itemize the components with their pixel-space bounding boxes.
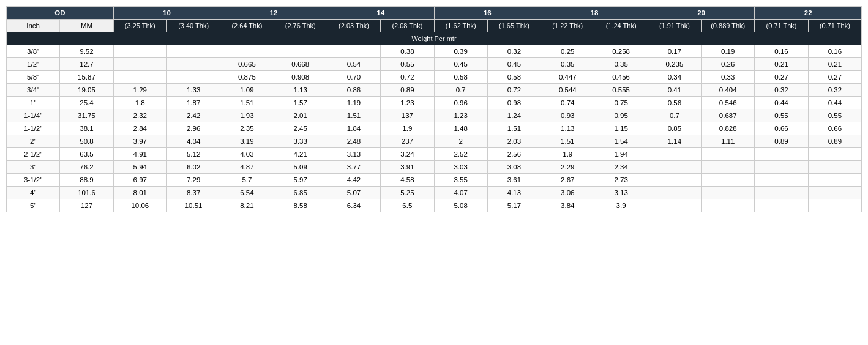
mm-cell: 31.75 (60, 109, 113, 122)
value-cell: 5.09 (274, 161, 327, 174)
value-cell: 5.94 (113, 161, 166, 174)
value-cell (702, 187, 755, 199)
value-cell: 0.828 (702, 122, 755, 135)
col-20-header: 20 (648, 7, 755, 20)
value-cell (702, 161, 755, 174)
value-cell: 1.94 (594, 148, 648, 161)
value-cell (113, 71, 166, 84)
value-cell: 4.91 (113, 148, 166, 161)
value-cell: 2.34 (594, 161, 648, 174)
value-cell: 3.08 (487, 161, 541, 174)
value-cell: 2.01 (274, 109, 327, 122)
value-cell: 2.45 (274, 122, 327, 135)
thk-2: (2.64 Thk) (220, 20, 274, 32)
thk-5: (2.08 Thk) (381, 20, 434, 32)
value-cell: 0.72 (381, 71, 434, 84)
value-cell: 8.21 (220, 199, 274, 212)
col-22-header: 22 (755, 7, 862, 20)
inch-cell: 3/8" (7, 45, 60, 58)
table-row: 2-1/2"63.54.915.124.034.213.133.242.522.… (7, 148, 862, 161)
value-cell: 6.97 (113, 174, 166, 187)
value-cell: 0.16 (808, 45, 861, 58)
table-row: 3/4"19.051.291.331.091.130.860.890.70.72… (7, 84, 862, 97)
value-cell: 0.45 (487, 58, 541, 71)
inch-cell: 4" (7, 187, 60, 199)
mm-cell: 101.6 (60, 187, 113, 199)
value-cell: 3.84 (541, 199, 594, 212)
value-cell: 0.74 (541, 97, 594, 109)
thk-1: (3.40 Thk) (166, 20, 220, 32)
value-cell: 2.35 (220, 122, 274, 135)
value-cell (166, 71, 220, 84)
value-cell: 1.8 (113, 97, 166, 109)
value-cell: 2.56 (487, 148, 541, 161)
value-cell (808, 187, 861, 199)
table-row: 1"25.41.81.871.511.571.191.230.960.980.7… (7, 97, 862, 109)
value-cell: 1.15 (594, 122, 648, 135)
value-cell: 1.9 (381, 122, 434, 135)
value-cell: 0.66 (755, 122, 808, 135)
value-cell (166, 58, 220, 71)
value-cell: 0.668 (274, 58, 327, 71)
value-cell: 137 (381, 109, 434, 122)
value-cell: 1.11 (702, 135, 755, 148)
value-cell: 0.7 (648, 109, 701, 122)
value-cell: 0.70 (327, 71, 380, 84)
value-cell: 4.87 (220, 161, 274, 174)
value-cell (702, 174, 755, 187)
value-cell: 0.58 (487, 71, 541, 84)
mm-cell: 50.8 (60, 135, 113, 148)
inch-header: Inch (7, 20, 60, 32)
value-cell: 3.13 (327, 148, 380, 161)
value-cell: 3.9 (594, 199, 648, 212)
value-cell: 0.93 (541, 109, 594, 122)
value-cell (755, 161, 808, 174)
inch-cell: 3-1/2" (7, 174, 60, 187)
value-cell: 0.89 (381, 84, 434, 97)
col-12-header: 12 (220, 7, 327, 20)
value-cell (648, 187, 701, 199)
value-cell: 1.24 (487, 109, 541, 122)
value-cell: 0.95 (594, 109, 648, 122)
mm-cell: 76.2 (60, 161, 113, 174)
value-cell: 2.84 (113, 122, 166, 135)
col-10-header: 10 (113, 7, 220, 20)
value-cell: 3.24 (381, 148, 434, 161)
table-body: 3/8"9.520.380.390.320.250.2580.170.190.1… (7, 45, 862, 212)
value-cell: 7.29 (166, 174, 220, 187)
value-cell: 8.58 (274, 199, 327, 212)
value-cell: 0.89 (808, 135, 861, 148)
value-cell: 10.06 (113, 199, 166, 212)
mm-cell: 9.52 (60, 45, 113, 58)
value-cell: 0.35 (594, 58, 648, 71)
mm-cell: 88.9 (60, 174, 113, 187)
value-cell: 1.13 (541, 122, 594, 135)
value-cell: 0.665 (220, 58, 274, 71)
value-cell: 0.555 (594, 84, 648, 97)
value-cell: 1.57 (274, 97, 327, 109)
value-cell: 1.87 (166, 97, 220, 109)
value-cell: 2.29 (541, 161, 594, 174)
mm-header: MM (60, 20, 113, 32)
header-row-wpm: Weight Per mtr (7, 32, 862, 45)
value-cell: 0.54 (327, 58, 380, 71)
table-row: 1/2"12.70.6650.6680.540.550.450.450.350.… (7, 58, 862, 71)
value-cell: 0.58 (434, 71, 487, 84)
value-cell: 0.687 (702, 109, 755, 122)
inch-cell: 5/8" (7, 71, 60, 84)
value-cell: 4.04 (166, 135, 220, 148)
value-cell: 2.96 (166, 122, 220, 135)
value-cell: 0.17 (648, 45, 701, 58)
value-cell: 0.404 (702, 84, 755, 97)
value-cell: 0.38 (381, 45, 434, 58)
value-cell: 1.48 (434, 122, 487, 135)
od-header: OD (7, 7, 114, 20)
value-cell: 0.35 (541, 58, 594, 71)
table-row: 1-1/2"38.12.842.962.352.451.841.91.481.5… (7, 122, 862, 135)
thk-7: (1.65 Thk) (487, 20, 541, 32)
value-cell: 8.37 (166, 187, 220, 199)
value-cell: 0.27 (755, 71, 808, 84)
value-cell: 4.21 (274, 148, 327, 161)
table-row: 5/8"15.870.8750.9080.700.720.580.580.447… (7, 71, 862, 84)
value-cell: 0.55 (808, 109, 861, 122)
